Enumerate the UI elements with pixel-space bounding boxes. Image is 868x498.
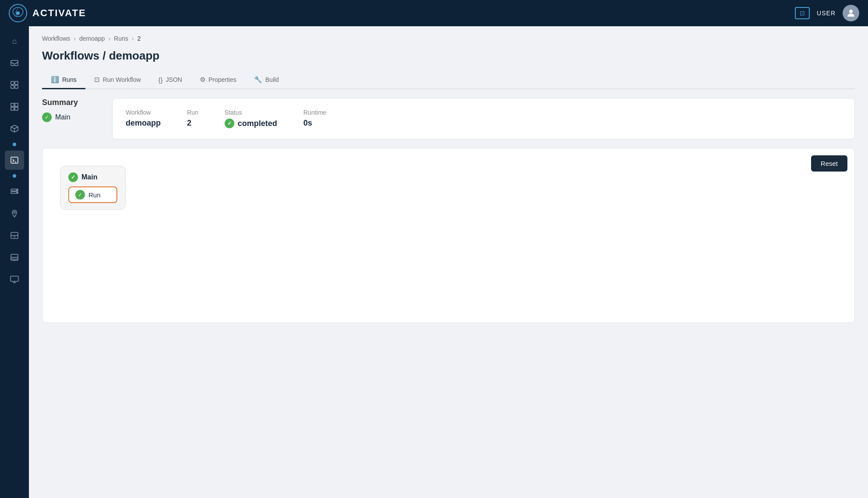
json-icon: {}	[159, 76, 163, 84]
summary-check-icon: ✓	[42, 112, 52, 122]
run-workflow-icon: ⊡	[94, 76, 100, 84]
summary-item-main: ✓ Main	[42, 112, 71, 122]
info-field-run: Run 2	[187, 109, 198, 128]
tab-build-label: Build	[265, 76, 279, 83]
flow-card: Reset ✓ Main ✓ Run	[42, 148, 855, 323]
breadcrumb-demoapp[interactable]: demoapp	[79, 35, 105, 42]
breadcrumb-current: 2	[137, 35, 141, 42]
page-title: Workflows / demoapp	[42, 49, 855, 63]
breadcrumb-sep-1: ›	[74, 35, 76, 42]
run-value: 2	[187, 119, 198, 128]
svg-rect-6	[11, 85, 14, 88]
breadcrumb-sep-3: ›	[132, 35, 134, 42]
avatar	[843, 5, 859, 21]
app-title: ACTIVATE	[32, 7, 86, 19]
status-value: ✓ completed	[225, 119, 277, 128]
info-field-runtime: Runtime 0s	[303, 109, 326, 128]
status-check-icon: ✓	[225, 119, 234, 128]
content-area: Workflows › demoapp › Runs › 2 Workflows…	[29, 26, 868, 498]
sidebar-item-list[interactable]	[5, 75, 24, 95]
svg-rect-7	[15, 85, 18, 88]
summary-title: Summary	[42, 98, 78, 107]
main-layout: ⌂	[0, 26, 868, 498]
flow-run-check-icon: ✓	[75, 190, 85, 200]
tab-properties-label: Properties	[208, 76, 236, 83]
svg-rect-4	[11, 81, 14, 84]
svg-point-1	[16, 11, 20, 15]
sidebar-item-drawer2[interactable]	[5, 248, 24, 267]
svg-rect-5	[15, 81, 18, 84]
sidebar-dot-1	[13, 143, 16, 146]
svg-rect-10	[11, 107, 14, 110]
svg-rect-20	[11, 276, 18, 281]
sidebar-item-grid[interactable]	[5, 97, 24, 116]
flow-main-label: Main	[81, 173, 97, 181]
svg-point-17	[14, 211, 15, 213]
sidebar-dot-2	[13, 174, 16, 178]
header-right: ⊡ USER	[795, 5, 859, 21]
logo-icon	[9, 4, 27, 22]
tab-run-workflow[interactable]: ⊡ Run Workflow	[85, 71, 150, 89]
info-fields: Workflow demoapp Run 2 Status ✓ complete…	[126, 109, 841, 128]
sidebar-item-home[interactable]: ⌂	[5, 32, 24, 51]
sidebar-item-monitor[interactable]	[5, 270, 24, 289]
flow-node-group: ✓ Main ✓ Run	[60, 166, 126, 210]
status-text: completed	[238, 119, 277, 128]
info-field-status: Status ✓ completed	[225, 109, 277, 128]
flow-node-main: ✓ Main	[68, 172, 117, 182]
terminal-icon: ⊡	[800, 10, 805, 17]
sidebar: ⌂	[0, 26, 29, 498]
tab-runs-label: Runs	[62, 76, 77, 83]
info-field-workflow: Workflow demoapp	[126, 109, 161, 128]
header: ACTIVATE ⊡ USER	[0, 0, 868, 26]
breadcrumb-runs[interactable]: Runs	[114, 35, 128, 42]
sidebar-item-storage[interactable]	[5, 182, 24, 201]
status-label: Status	[225, 109, 277, 116]
summary-item-label: Main	[55, 113, 71, 121]
run-label: Run	[187, 109, 198, 116]
sidebar-item-drawer1[interactable]	[5, 226, 24, 245]
sidebar-item-packages[interactable]	[5, 119, 24, 138]
svg-point-16	[17, 192, 18, 193]
tab-json[interactable]: {} JSON	[150, 71, 191, 89]
svg-rect-11	[15, 107, 18, 110]
tabs: ℹ️ Runs ⊡ Run Workflow {} JSON ⚙ Propert…	[42, 71, 855, 89]
flow-node-run[interactable]: ✓ Run	[68, 186, 117, 203]
info-icon: ℹ️	[51, 76, 59, 84]
build-icon: 🔧	[254, 76, 262, 84]
tab-run-workflow-label: Run Workflow	[103, 76, 141, 83]
reset-button[interactable]: Reset	[811, 155, 847, 172]
svg-rect-8	[11, 103, 14, 106]
user-label: USER	[817, 10, 836, 17]
breadcrumb: Workflows › demoapp › Runs › 2	[42, 35, 855, 42]
summary-section: Summary ✓ Main Workflow demoapp Run 2	[42, 98, 855, 139]
header-left: ACTIVATE	[9, 4, 86, 22]
flow-main-check-icon: ✓	[68, 172, 78, 182]
settings-icon: ⚙	[200, 76, 205, 84]
svg-rect-12	[11, 157, 18, 163]
breadcrumb-workflows[interactable]: Workflows	[42, 35, 70, 42]
sidebar-item-terminal[interactable]	[5, 151, 24, 170]
workflow-value: demoapp	[126, 119, 161, 128]
svg-point-2	[849, 10, 853, 13]
tab-runs[interactable]: ℹ️ Runs	[42, 71, 85, 89]
tab-properties[interactable]: ⚙ Properties	[191, 71, 245, 89]
flow-run-label: Run	[88, 191, 101, 199]
sidebar-item-location[interactable]	[5, 204, 24, 223]
sidebar-item-inbox[interactable]	[5, 53, 24, 73]
terminal-button[interactable]: ⊡	[795, 7, 810, 19]
svg-rect-9	[15, 103, 18, 106]
svg-point-15	[17, 189, 18, 190]
runtime-label: Runtime	[303, 109, 326, 116]
tab-build[interactable]: 🔧 Build	[245, 71, 288, 89]
info-card: Workflow demoapp Run 2 Status ✓ complete…	[112, 98, 855, 139]
runtime-value: 0s	[303, 119, 326, 128]
summary-left: Summary ✓ Main	[42, 98, 103, 139]
breadcrumb-sep-2: ›	[108, 35, 110, 42]
tab-json-label: JSON	[166, 76, 182, 83]
workflow-label: Workflow	[126, 109, 161, 116]
flow-area: ✓ Main ✓ Run	[51, 157, 846, 218]
